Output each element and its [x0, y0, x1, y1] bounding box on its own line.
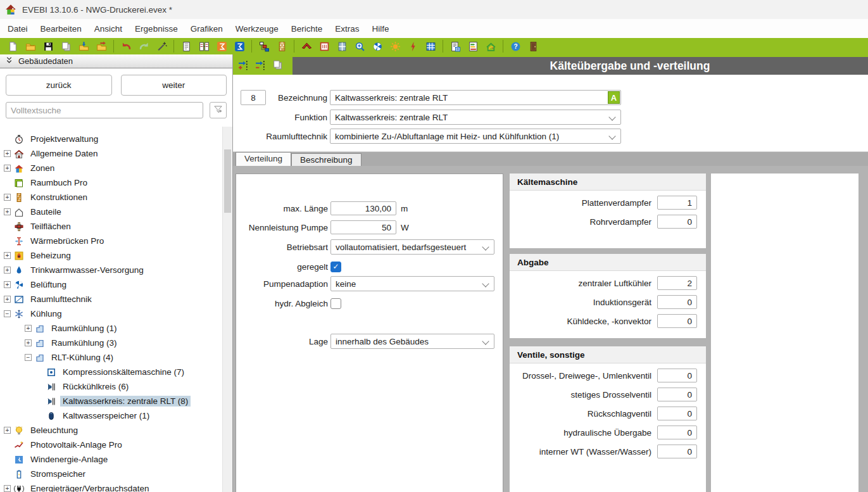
menu-bearbeiten[interactable]: Bearbeiten — [34, 20, 88, 37]
sum-orange-icon[interactable] — [213, 39, 230, 53]
tree-item[interactable]: Teilflächen — [0, 219, 222, 234]
interner WT (Wasser/Wasser)-field[interactable] — [657, 445, 697, 458]
Rückschlagventil-field[interactable] — [657, 407, 697, 420]
folder-import-icon[interactable] — [75, 39, 92, 53]
window-icon[interactable] — [333, 39, 351, 53]
tree-item[interactable]: −Kühlung — [0, 306, 222, 321]
menu-werkzeuge[interactable]: Werkzeuge — [229, 20, 285, 37]
collapse-icon[interactable]: − — [25, 354, 32, 361]
expand-icon[interactable]: + — [4, 194, 11, 201]
tab-verteilung[interactable]: Verteilung — [236, 152, 291, 166]
menu-ergebnisse[interactable]: Ergebnisse — [129, 20, 184, 37]
menu-ansicht[interactable]: Ansicht — [88, 20, 129, 37]
menu-berichte[interactable]: Berichte — [285, 20, 329, 37]
raumlufttechnik-select[interactable]: kombinierte Zu-/Abluftanlage mit Heiz- u… — [330, 129, 621, 144]
menu-hilfe[interactable]: Hilfe — [366, 20, 396, 37]
expand-icon[interactable]: + — [4, 150, 11, 157]
tree-item[interactable]: −RLT-Kühlung (4) — [0, 350, 222, 365]
Rohrverdampfer-field[interactable] — [657, 215, 697, 229]
Drossel-, Dreiwege-, Umlenkventil-field[interactable] — [657, 369, 697, 382]
sum-blue-icon[interactable] — [230, 39, 248, 53]
tree-item[interactable]: +Raumlufttechnik — [0, 292, 222, 306]
max. Länge-field[interactable] — [330, 201, 396, 215]
tree-item[interactable]: +Energieträger/Verbrauchsdaten — [0, 481, 222, 492]
sun-icon[interactable] — [386, 39, 404, 53]
fulltext-search-input[interactable] — [6, 102, 203, 118]
ventilation-icon[interactable] — [368, 39, 386, 53]
collapse-icon[interactable]: − — [4, 310, 11, 317]
menu-extras[interactable]: Extras — [329, 20, 365, 37]
expand-icon[interactable]: + — [4, 267, 11, 274]
menu-datei[interactable]: Datei — [1, 20, 34, 37]
expand-icon[interactable]: + — [4, 485, 11, 492]
tree-item[interactable]: Windenergie-Anlage — [0, 452, 222, 467]
hydraulische Übergabe-field[interactable] — [657, 426, 697, 439]
Kühldecke, -konvektor-field[interactable] — [657, 314, 697, 328]
energy-label-icon[interactable] — [464, 39, 482, 53]
expand-icon[interactable]: + — [4, 208, 11, 215]
tree-item[interactable]: +Belüftung — [0, 277, 222, 292]
tree-item[interactable]: +Beheizung — [0, 248, 222, 263]
copy-item-icon[interactable] — [272, 59, 283, 70]
tree-item[interactable]: Raumbuch Pro — [0, 175, 222, 190]
expand-icon[interactable]: + — [4, 281, 11, 288]
tree-item[interactable]: Kaltwasserkreis: zentrale RLT (8) — [0, 394, 222, 408]
Plattenverdampfer-field[interactable] — [657, 196, 697, 210]
stetiges Drosselventil-field[interactable] — [657, 388, 697, 401]
tab-beschreibung[interactable]: Beschreibung — [291, 153, 362, 166]
Betriebsart-select[interactable]: vollautomatisiert, bedarfsgesteuert — [330, 239, 494, 255]
expand-icon[interactable]: + — [4, 252, 11, 259]
Nennleistung Pumpe-field[interactable] — [330, 220, 396, 234]
expand-icon[interactable]: + — [4, 296, 11, 303]
geregelt-checkbox[interactable]: ✓ — [330, 262, 341, 272]
zoom-plus-icon[interactable] — [351, 39, 368, 53]
filter-button[interactable] — [210, 102, 227, 118]
tree-item[interactable]: +Zonen — [0, 161, 222, 175]
document-icon[interactable] — [177, 39, 195, 53]
undo-icon[interactable] — [117, 39, 135, 53]
tree-scrollbar-thumb[interactable] — [224, 149, 231, 213]
roof-icon[interactable] — [298, 39, 315, 53]
tree-item[interactable]: Photovoltaik-Anlage Pro — [0, 438, 222, 452]
energy-house-icon[interactable] — [482, 39, 500, 53]
Pumpenadaption-select[interactable]: keine — [330, 276, 494, 291]
funktion-select[interactable]: Kaltwasserkreis: zentrale RLT — [330, 110, 621, 125]
open-folder-icon[interactable] — [22, 39, 39, 53]
tree-item[interactable]: +Konstruktionen — [0, 190, 222, 205]
copy-icon[interactable] — [57, 39, 75, 53]
compare-documents-icon[interactable] — [195, 39, 213, 53]
redo-icon[interactable] — [135, 39, 153, 53]
tree-item[interactable]: Wärmebrücken Pro — [0, 234, 222, 248]
exit-icon[interactable] — [524, 39, 542, 53]
folder-export-icon[interactable] — [92, 39, 110, 53]
tree-item[interactable]: +Trinkwarmwasser-Versorgung — [0, 263, 222, 277]
save-icon[interactable] — [39, 39, 57, 53]
tree-item[interactable]: +Raumkühlung (3) — [0, 336, 222, 350]
Lage-select[interactable]: innerhalb des Gebäudes — [330, 334, 494, 349]
tree-item[interactable]: Kompressionskältemaschine (7) — [0, 365, 222, 379]
expand-icon[interactable]: + — [25, 339, 32, 346]
Induktionsgerät-field[interactable] — [657, 295, 697, 309]
zentraler Luftkühler-field[interactable] — [657, 276, 697, 290]
magic-wand-icon[interactable] — [153, 39, 170, 53]
tree-scrollbar[interactable] — [222, 127, 232, 492]
hydr. Abgleich-checkbox[interactable] — [330, 298, 341, 309]
tree-item[interactable]: Stromspeicher — [0, 467, 222, 481]
tree-item[interactable]: Kaltwasserspeicher (1) — [0, 408, 222, 423]
heating-panel-icon[interactable] — [315, 39, 333, 53]
next-button[interactable]: weiter — [121, 75, 227, 96]
lightning-icon[interactable] — [404, 39, 422, 53]
tree-item[interactable]: +Beleuchtung — [0, 423, 222, 438]
wall-layers-icon[interactable] — [273, 39, 291, 53]
add-item-icon[interactable] — [237, 59, 249, 70]
new-file-icon[interactable] — [4, 39, 22, 53]
bezeichnung-field[interactable] — [330, 90, 621, 105]
report-calc-icon[interactable] — [446, 39, 464, 53]
remove-item-icon[interactable] — [255, 59, 266, 70]
sidebar-header[interactable]: Gebäudedaten — [0, 54, 232, 68]
tree-item[interactable]: +Raumkühlung (1) — [0, 321, 222, 336]
tree-item[interactable]: +Allgemeine Daten — [0, 146, 222, 161]
project-tree-icon[interactable] — [255, 39, 273, 53]
expand-icon[interactable]: + — [4, 165, 11, 172]
tree-item[interactable]: Projektverwaltung — [0, 132, 222, 146]
